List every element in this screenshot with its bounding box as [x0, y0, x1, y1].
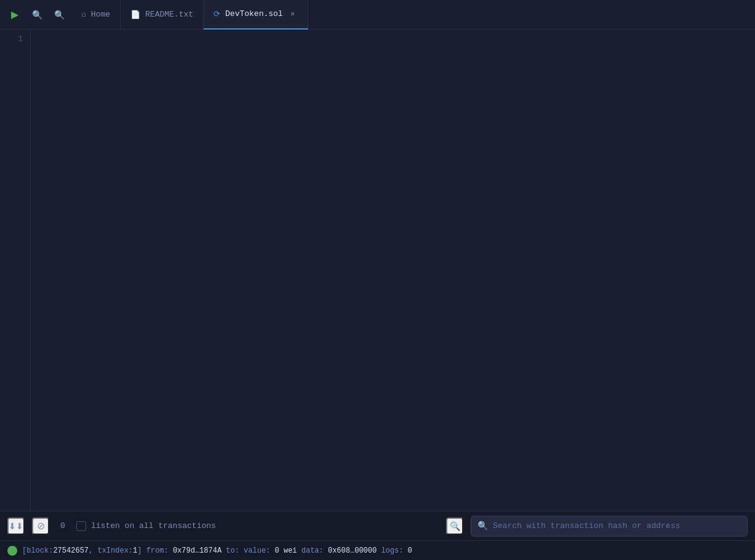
- listen-label: listen on all transactions: [91, 521, 216, 530]
- play-icon: ▶: [11, 9, 18, 20]
- tab-devtoken-label: DevToken.sol: [225, 9, 283, 18]
- tab-readme-label: README.txt: [145, 10, 193, 19]
- tx-text: [block:27542657, txIndex:1] from: 0x79d……: [22, 546, 412, 555]
- tab-devtoken[interactable]: ⟳ DevToken.sol ✕: [204, 0, 308, 30]
- transaction-bar: [block:27542657, txIndex:1] from: 0x79d……: [0, 540, 755, 560]
- tab-readme[interactable]: 📄 README.txt: [121, 0, 204, 30]
- tab-nav: ⌂ Home 📄 README.txt ⟳ DevToken.sol ✕: [71, 0, 750, 30]
- tab-close-button[interactable]: ✕: [288, 9, 298, 19]
- tx-status-indicator: [7, 546, 17, 556]
- top-bar: ▶ 🔍 🔍 ⌂ Home 📄 README.txt ⟳ DevToken.sol…: [0, 0, 755, 30]
- main-content: 1: [0, 30, 755, 511]
- search-icon-button[interactable]: 🔍: [446, 518, 463, 535]
- play-button[interactable]: ▶: [5, 5, 25, 25]
- zoom-out-icon: 🔍: [32, 10, 42, 20]
- tab-home[interactable]: ⌂ Home: [71, 0, 121, 30]
- collapse-icon: ⬇⬇: [9, 521, 23, 531]
- zoom-in-icon: 🔍: [54, 10, 65, 20]
- search-container: 🔍: [471, 516, 748, 537]
- search-icon: 🔍: [477, 521, 488, 531]
- line-numbers: 1: [0, 30, 31, 511]
- count-badge: 0: [57, 521, 69, 530]
- zoom-in-button[interactable]: 🔍: [49, 5, 69, 25]
- listen-checkbox[interactable]: [76, 521, 86, 531]
- line-number-1: 1: [0, 34, 23, 44]
- zoom-out-button[interactable]: 🔍: [27, 5, 47, 25]
- checkbox-area: listen on all transactions: [76, 521, 216, 531]
- collapse-icon-button[interactable]: ⬇⬇: [7, 518, 25, 535]
- bottom-bar: ⬇⬇ ⊘ 0 listen on all transactions 🔍 🔍: [0, 511, 755, 540]
- search-input[interactable]: [493, 521, 741, 530]
- tx-block-label: [block:: [22, 546, 53, 555]
- tx-block-num: 27542657: [53, 546, 89, 555]
- stop-icon-button[interactable]: ⊘: [32, 518, 49, 535]
- search-trigger-icon: 🔍: [450, 521, 460, 531]
- readme-icon: 📄: [130, 10, 140, 20]
- home-icon: ⌂: [81, 10, 86, 19]
- stop-icon: ⊘: [37, 520, 45, 532]
- editor-area[interactable]: [31, 30, 755, 511]
- devtoken-icon: ⟳: [214, 9, 220, 19]
- tab-home-label: Home: [91, 10, 110, 19]
